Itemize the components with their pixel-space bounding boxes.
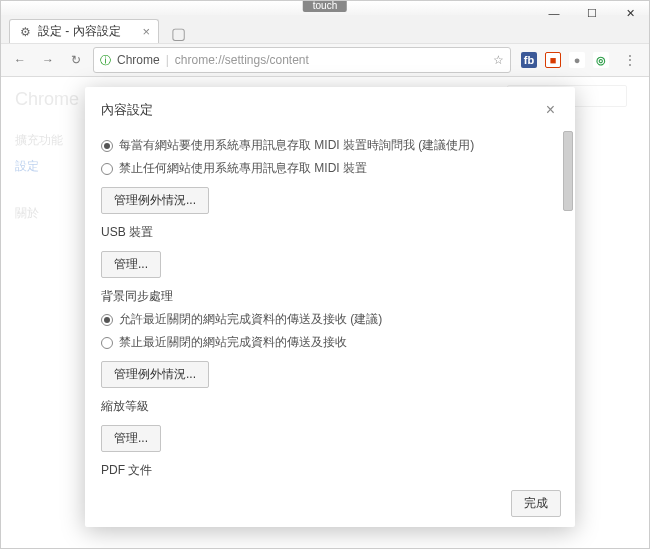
- window-controls: — ☐ ✕: [535, 1, 649, 25]
- pdf-section-title: PDF 文件: [101, 462, 557, 476]
- dialog-scrollbar-thumb[interactable]: [563, 131, 573, 211]
- dialog-footer: 完成: [85, 476, 575, 527]
- window-titlebar: touch — ☐ ✕: [1, 1, 649, 15]
- radio-checked-icon: [101, 140, 113, 152]
- usb-section-title: USB 裝置: [101, 224, 557, 241]
- url-secure-label: Chrome: [117, 53, 160, 67]
- dialog-title: 內容設定: [101, 101, 542, 119]
- midi-option-ask[interactable]: 每當有網站要使用系統專用訊息存取 MIDI 裝置時詢問我 (建議使用): [101, 137, 557, 154]
- green-ext-icon[interactable]: ◎: [593, 52, 609, 68]
- new-tab-button[interactable]: ▢: [165, 24, 192, 43]
- bgsync-option-block-label: 禁止最近關閉的網站完成資料的傳送及接收: [119, 334, 347, 351]
- zoom-manage-button[interactable]: 管理...: [101, 425, 161, 452]
- forward-button[interactable]: →: [37, 49, 59, 71]
- section-pdf: PDF 文件 ✓ 在預設的 PDF 檢視器應用程式中開啟 PDF 檔案。: [101, 462, 557, 476]
- window-maximize-button[interactable]: ☐: [573, 1, 611, 25]
- back-button[interactable]: ←: [9, 49, 31, 71]
- midi-manage-exceptions-button[interactable]: 管理例外情況...: [101, 187, 209, 214]
- window-close-button[interactable]: ✕: [611, 1, 649, 25]
- browser-tab[interactable]: ⚙ 設定 - 內容設定 ×: [9, 19, 159, 43]
- midi-option-ask-label: 每當有網站要使用系統專用訊息存取 MIDI 裝置時詢問我 (建議使用): [119, 137, 474, 154]
- extension-icons: fb ■ ● ◎: [517, 52, 613, 68]
- tab-close-icon[interactable]: ×: [142, 24, 150, 39]
- content-settings-dialog: 內容設定 × 每當有網站要使用系統專用訊息存取 MIDI 裝置時詢問我 (建議使…: [85, 87, 575, 527]
- tab-title: 設定 - 內容設定: [38, 23, 136, 40]
- zoom-section-title: 縮放等級: [101, 398, 557, 415]
- section-midi: 每當有網站要使用系統專用訊息存取 MIDI 裝置時詢問我 (建議使用) 禁止任何…: [101, 137, 557, 214]
- section-zoom: 縮放等級 管理...: [101, 398, 557, 452]
- bgsync-option-block[interactable]: 禁止最近關閉的網站完成資料的傳送及接收: [101, 334, 557, 351]
- office-ext-icon[interactable]: ■: [545, 52, 561, 68]
- radio-unchecked-icon: [101, 163, 113, 175]
- browser-toolbar: ← → ↻ ⓘ Chrome | chrome://settings/conte…: [1, 43, 649, 77]
- touch-badge: touch: [303, 0, 347, 12]
- section-bgsync: 背景同步處理 允許最近關閉的網站完成資料的傳送及接收 (建議) 禁止最近關閉的網…: [101, 288, 557, 388]
- dialog-scroll-content: 每當有網站要使用系統專用訊息存取 MIDI 裝置時詢問我 (建議使用) 禁止任何…: [101, 127, 557, 476]
- section-usb: USB 裝置 管理...: [101, 224, 557, 278]
- bgsync-option-allow[interactable]: 允許最近關閉的網站完成資料的傳送及接收 (建議): [101, 311, 557, 328]
- facebook-ext-icon[interactable]: fb: [521, 52, 537, 68]
- gear-icon: ⚙: [18, 25, 32, 39]
- bookmark-star-icon[interactable]: ☆: [493, 53, 504, 67]
- bgsync-option-allow-label: 允許最近關閉的網站完成資料的傳送及接收 (建議): [119, 311, 382, 328]
- midi-option-block-label: 禁止任何網站使用系統專用訊息存取 MIDI 裝置: [119, 160, 367, 177]
- radio-unchecked-icon: [101, 337, 113, 349]
- browser-menu-button[interactable]: ⋮: [619, 49, 641, 71]
- info-icon: ⓘ: [100, 53, 111, 68]
- usb-manage-button[interactable]: 管理...: [101, 251, 161, 278]
- address-bar[interactable]: ⓘ Chrome | chrome://settings/content ☆: [93, 47, 511, 73]
- grey-ext-icon[interactable]: ●: [569, 52, 585, 68]
- dialog-header: 內容設定 ×: [85, 87, 575, 127]
- dialog-body: 每當有網站要使用系統專用訊息存取 MIDI 裝置時詢問我 (建議使用) 禁止任何…: [85, 127, 575, 476]
- midi-option-block[interactable]: 禁止任何網站使用系統專用訊息存取 MIDI 裝置: [101, 160, 557, 177]
- done-button[interactable]: 完成: [511, 490, 561, 517]
- window-minimize-button[interactable]: —: [535, 1, 573, 25]
- url-text: chrome://settings/content: [175, 53, 309, 67]
- dialog-close-button[interactable]: ×: [542, 101, 559, 119]
- bgsync-section-title: 背景同步處理: [101, 288, 557, 305]
- reload-button[interactable]: ↻: [65, 49, 87, 71]
- bgsync-manage-exceptions-button[interactable]: 管理例外情況...: [101, 361, 209, 388]
- radio-checked-icon: [101, 314, 113, 326]
